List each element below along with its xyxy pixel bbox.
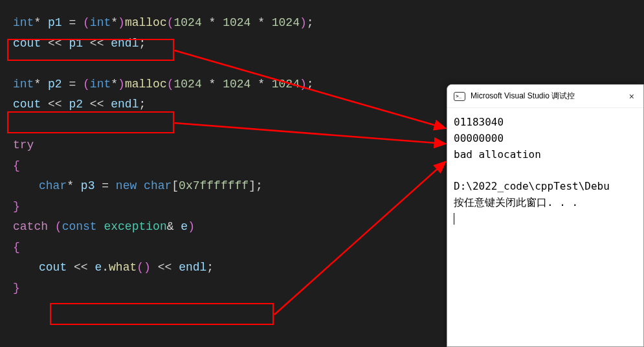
blank-line [13, 54, 631, 74]
code-line-2: cout << p1 << endl; [13, 34, 631, 54]
terminal-icon: >_ [454, 92, 465, 101]
output-line-2: 00000000 [454, 132, 504, 144]
output-line-3: bad allocation [454, 148, 541, 161]
console-output[interactable]: 01183040 00000000 bad allocation D:\2022… [447, 108, 643, 234]
debug-console-window[interactable]: >_ Microsoft Visual Studio 调试控 × 0118304… [447, 84, 644, 347]
console-titlebar[interactable]: >_ Microsoft Visual Studio 调试控 × [447, 85, 643, 108]
output-line-4: D:\2022_code\cppTest\Debu [454, 180, 610, 192]
code-line-1: int* p1 = (int*)malloc(1024 * 1024 * 102… [13, 13, 631, 34]
close-button[interactable]: × [627, 91, 637, 102]
console-title: Microsoft Visual Studio 调试控 [471, 91, 627, 102]
cursor [454, 213, 454, 225]
output-line-1: 01183040 [454, 116, 504, 128]
output-line-5: 按任意键关闭此窗口. . . [454, 196, 578, 208]
